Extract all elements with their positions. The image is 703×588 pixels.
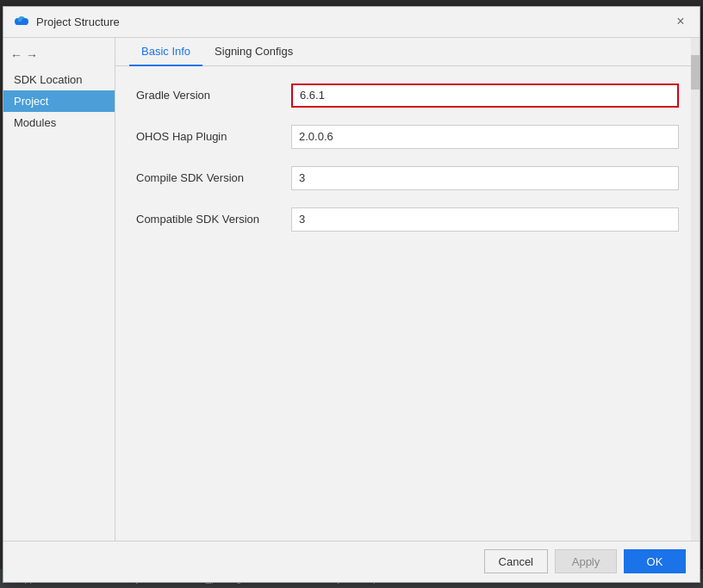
ok-button[interactable]: OK [624,549,686,573]
form-area: Gradle Version OHOS Hap Plugin Compile S… [115,66,700,541]
scrollbar[interactable] [691,38,700,541]
title-bar: Project Structure × [3,7,700,38]
scrollbar-thumb[interactable] [691,55,700,90]
sidebar-item-modules[interactable]: Modules [3,112,115,133]
label-compile-sdk-version: Compile SDK Version [136,171,291,184]
form-row-compile-sdk-version: Compile SDK Version [136,166,679,190]
cancel-button[interactable]: Cancel [484,549,548,573]
bottom-bar: Cancel Apply OK [3,541,700,582]
tabs-bar: Basic Info Signing Configs [115,38,700,66]
close-button[interactable]: × [672,13,689,30]
input-compatible-sdk-version[interactable] [291,207,679,232]
tab-signing-configs[interactable]: Signing Configs [202,38,305,66]
project-structure-dialog: Project Structure × ← → SDK Location Pro… [3,6,700,583]
forward-button[interactable]: → [26,48,38,62]
form-row-ohos-hap-plugin: OHOS Hap Plugin [136,125,679,149]
apply-button[interactable]: Apply [555,549,617,573]
tab-basic-info[interactable]: Basic Info [129,38,202,66]
label-compatible-sdk-version: Compatible SDK Version [136,213,291,226]
app-icon [14,14,29,29]
form-row-compatible-sdk-version: Compatible SDK Version [136,207,679,232]
main-area: Basic Info Signing Configs Gradle Versio… [115,38,700,541]
back-button[interactable]: ← [10,48,22,62]
form-row-gradle-version: Gradle Version [136,84,679,108]
dialog-title: Project Structure [36,15,120,28]
sidebar-item-sdk-location[interactable]: SDK Location [3,69,115,90]
dialog-body: ← → SDK Location Project Modules Basic I… [3,38,700,541]
label-ohos-hap-plugin: OHOS Hap Plugin [136,130,291,143]
sidebar-item-project[interactable]: Project [3,90,115,112]
label-gradle-version: Gradle Version [136,89,291,102]
sidebar: ← → SDK Location Project Modules [3,38,115,541]
input-compile-sdk-version[interactable] [291,166,679,190]
input-ohos-hap-plugin[interactable] [291,125,679,149]
input-gradle-version[interactable] [291,84,679,108]
title-bar-left: Project Structure [14,14,120,29]
svg-rect-3 [16,22,28,25]
